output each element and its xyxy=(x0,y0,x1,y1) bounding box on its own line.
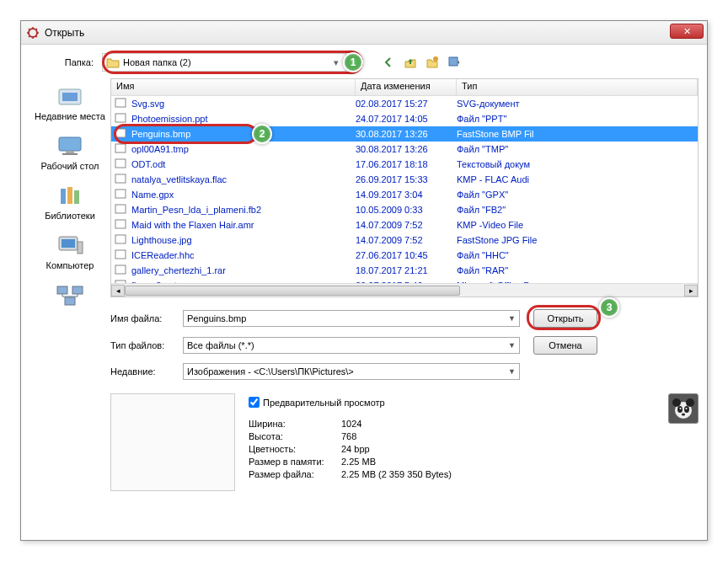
file-date: 18.07.2017 21:21 xyxy=(356,265,457,275)
file-row[interactable]: ICEReader.hhc 27.06.2017 10:45 Файл "HHC… xyxy=(111,248,698,263)
file-type: Файл "TMP" xyxy=(457,144,698,154)
file-icon xyxy=(115,128,128,140)
col-type[interactable]: Тип xyxy=(457,79,698,95)
file-type: Файл "PPT" xyxy=(457,114,698,124)
file-icon xyxy=(115,249,128,261)
file-type: Текстовый докум xyxy=(457,159,698,169)
preview-panda-icon xyxy=(668,393,699,424)
back-icon[interactable] xyxy=(380,54,397,71)
file-row[interactable]: opl00A91.tmp 30.08.2017 13:26 Файл "TMP" xyxy=(111,142,698,157)
file-row[interactable]: Lighthouse.jpg 14.07.2009 7:52 FastStone… xyxy=(111,232,698,248)
file-name: Maid with the Flaxen Hair.amr xyxy=(131,220,356,230)
svg-rect-9 xyxy=(67,187,72,204)
svg-rect-7 xyxy=(62,153,78,155)
scroll-right-arrow[interactable]: ▸ xyxy=(684,285,698,297)
file-date: 02.08.2017 15:27 xyxy=(356,99,457,109)
titlebar[interactable]: Открыть ✕ xyxy=(21,21,707,45)
file-name: Martin_Pesn_lda_i_plameni.fb2 xyxy=(131,205,356,215)
folder-combo[interactable]: Новая папка (2) ▾ xyxy=(102,53,346,72)
new-folder-icon[interactable] xyxy=(424,54,441,71)
place-network[interactable] xyxy=(55,282,85,307)
file-date: 14.07.2009 7:52 xyxy=(356,235,457,245)
desktop-icon xyxy=(55,133,85,158)
svg-rect-18 xyxy=(115,114,126,122)
file-row[interactable]: Name.gpx 14.09.2017 3:04 Файл "GPX" xyxy=(111,187,698,202)
view-menu-icon[interactable] xyxy=(446,54,463,71)
svg-rect-8 xyxy=(61,189,66,204)
col-name[interactable]: Имя xyxy=(111,79,356,95)
place-desktop[interactable]: Рабочий стол xyxy=(40,133,99,171)
file-name: ODT.odt xyxy=(131,159,356,169)
file-name: Svg.svg xyxy=(131,99,356,109)
file-icon xyxy=(115,264,128,276)
filename-input[interactable]: Penguins.bmp ▼ xyxy=(183,310,520,327)
file-row[interactable]: Martin_Pesn_lda_i_plameni.fb2 10.05.2009… xyxy=(111,202,698,217)
svg-rect-2 xyxy=(449,57,458,66)
filetype-combo[interactable]: Все файлы (*.*) ▼ xyxy=(183,337,520,354)
file-row[interactable]: Maid with the Flaxen Hair.amr 14.07.2009… xyxy=(111,217,698,232)
svg-point-33 xyxy=(677,406,682,413)
svg-rect-14 xyxy=(57,286,67,294)
folder-label: Папка: xyxy=(29,57,102,67)
file-type: KMP -Video File xyxy=(457,220,698,230)
libraries-icon xyxy=(55,183,85,208)
horizontal-scrollbar[interactable]: ◂ ▸ xyxy=(111,283,698,297)
recent-places-icon xyxy=(55,83,85,109)
file-date: 27.06.2017 10:45 xyxy=(356,250,457,260)
preview-checkbox[interactable]: Предварительный просмотр xyxy=(249,397,655,408)
file-name: Name.gpx xyxy=(131,190,356,200)
svg-rect-6 xyxy=(66,151,74,153)
filename-label: Имя файла: xyxy=(110,313,183,323)
file-type: Файл "GPX" xyxy=(457,190,698,200)
recent-combo[interactable]: Изображения - <C:\Users\ПК\Pictures\> ▼ xyxy=(183,363,520,380)
svg-rect-22 xyxy=(115,174,126,183)
file-date: 30.08.2017 13:26 xyxy=(356,129,457,139)
svg-point-34 xyxy=(684,406,689,413)
svg-rect-25 xyxy=(115,220,126,228)
filetype-label: Тип файлов: xyxy=(110,340,183,350)
file-row[interactable]: ODT.odt 17.06.2017 18:18 Текстовый докум xyxy=(111,157,698,172)
file-name: opl00A91.tmp xyxy=(131,144,356,154)
chevron-down-icon[interactable]: ▼ xyxy=(508,341,516,350)
place-computer[interactable]: Компьютер xyxy=(46,232,94,270)
column-headers[interactable]: Имя Дата изменения Тип xyxy=(111,79,698,96)
file-name: Lighthouse.jpg xyxy=(131,235,356,245)
col-date[interactable]: Дата изменения xyxy=(356,79,457,95)
window-title: Открыть xyxy=(45,27,84,39)
svg-rect-26 xyxy=(115,235,126,243)
place-libraries[interactable]: Библиотеки xyxy=(45,183,95,221)
file-row[interactable]: Svg.svg 02.08.2017 15:27 SVG-документ xyxy=(111,96,698,111)
file-row[interactable]: Penguins.bmp 30.08.2017 13:26 FastStone … xyxy=(111,126,698,142)
open-button[interactable]: Открыть xyxy=(533,309,597,328)
place-recent[interactable]: Недавние места xyxy=(35,83,105,121)
file-name: gallery_chertezhi_1.rar xyxy=(131,265,356,275)
svg-rect-23 xyxy=(115,190,126,198)
file-date: 14.09.2017 3:04 xyxy=(356,190,457,200)
file-list[interactable]: Имя Дата изменения Тип Svg.svg 02.08.201… xyxy=(110,78,699,297)
file-row[interactable]: natalya_vetlitskaya.flac 26.09.2017 15:3… xyxy=(111,172,698,187)
svg-rect-24 xyxy=(115,205,126,213)
chevron-down-icon[interactable]: ▼ xyxy=(508,314,516,323)
preview-checkbox-input[interactable] xyxy=(249,397,260,408)
folder-icon xyxy=(106,56,120,68)
svg-point-35 xyxy=(680,408,682,409)
svg-rect-5 xyxy=(59,137,81,151)
file-date: 30.08.2017 13:26 xyxy=(356,144,457,154)
up-icon[interactable] xyxy=(402,54,419,71)
svg-point-36 xyxy=(686,408,688,409)
app-icon xyxy=(26,26,40,40)
file-icon xyxy=(115,234,128,246)
scroll-thumb[interactable] xyxy=(125,286,460,296)
file-row[interactable]: gallery_chertezhi_1.rar 18.07.2017 21:21… xyxy=(111,263,698,278)
file-type: Файл "HHC" xyxy=(457,250,698,260)
file-icon xyxy=(115,204,128,216)
svg-point-31 xyxy=(672,398,681,407)
chevron-down-icon[interactable]: ▼ xyxy=(508,367,516,376)
cancel-button[interactable]: Отмена xyxy=(533,336,597,355)
file-name: ICEReader.hhc xyxy=(131,250,356,260)
svg-rect-13 xyxy=(78,242,83,254)
file-row[interactable]: Photoemission.ppt 24.07.2017 14:05 Файл … xyxy=(111,111,698,126)
close-button[interactable]: ✕ xyxy=(670,24,704,39)
file-icon xyxy=(115,219,128,231)
scroll-left-arrow[interactable]: ◂ xyxy=(111,285,125,297)
